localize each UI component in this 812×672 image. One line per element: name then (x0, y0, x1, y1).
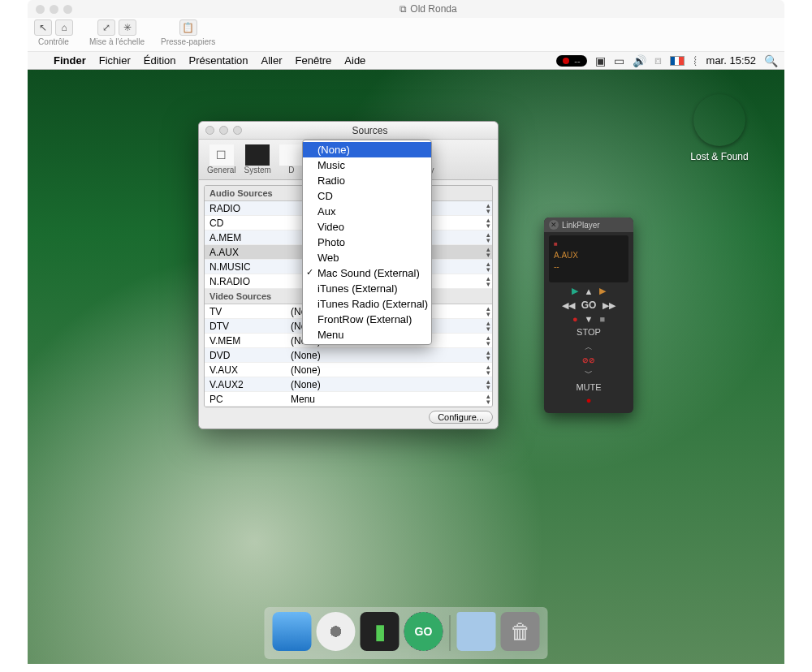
source-select[interactable]: (None)▴▾ (286, 364, 492, 376)
actual-icon[interactable]: ✳ (119, 19, 136, 36)
stepper-icon[interactable]: ▴▾ (486, 364, 490, 376)
source-select[interactable]: (None)▴▾ (286, 379, 492, 390)
record-dot-icon (563, 58, 569, 64)
link-icon[interactable]: ⊘⊘ (582, 356, 595, 364)
dock-cd-icon[interactable] (317, 612, 356, 651)
menu-aide[interactable]: Aide (338, 54, 372, 67)
dock-finder[interactable] (273, 612, 312, 651)
record-icon[interactable]: ● (572, 314, 578, 324)
table-row: V.AUX2(None)▴▾ (205, 377, 492, 392)
dropdown-item-cd[interactable]: CD (303, 188, 431, 204)
mute-button[interactable]: MUTE (576, 382, 601, 392)
stepper-icon[interactable]: ▴▾ (486, 203, 490, 214)
zoom-icon[interactable] (233, 126, 242, 135)
stepper-icon[interactable]: ▴▾ (486, 261, 490, 273)
configure-button[interactable]: Configure... (429, 411, 493, 424)
dropdown-item-music[interactable]: Music (303, 157, 431, 173)
dock-folder[interactable] (457, 612, 496, 651)
observe-icon[interactable]: ⌂ (55, 19, 73, 36)
tab-general[interactable]: ☐General (204, 143, 240, 176)
dropdown-item-video[interactable]: Video (303, 219, 431, 235)
input-source-flag[interactable] (670, 56, 685, 66)
close-icon[interactable] (205, 126, 214, 135)
forward-icon[interactable]: ▶▶ (603, 300, 615, 311)
stepper-icon[interactable]: ▴▾ (486, 218, 490, 229)
tb-group-clipboard[interactable]: 📋 Presse-papiers (161, 19, 215, 46)
vnc-traffic-lights[interactable] (36, 5, 72, 14)
linkplayer-titlebar[interactable]: ✕ LinkPlayer (544, 218, 633, 232)
wifi-icon[interactable]: ⧙ (693, 54, 698, 67)
dropdown-item-itunes[interactable]: iTunes (External) (303, 281, 431, 296)
zoom-icon[interactable] (63, 5, 72, 14)
chevron-down-icon[interactable]: ▼ (585, 314, 594, 324)
stepper-icon[interactable]: ▴▾ (486, 350, 490, 361)
dock-remote-icon[interactable]: ▮ (361, 612, 400, 651)
tb-group-scale[interactable]: ⤢✳ Mise à l'échelle (89, 19, 145, 46)
dropdown-item-photo[interactable]: Photo (303, 235, 431, 250)
tb-group-controle[interactable]: ↖⌂ Contrôle (34, 19, 73, 46)
dropdown-item-itunesradio[interactable]: iTunes Radio (External) (303, 296, 431, 312)
dropdown-item-aux[interactable]: Aux (303, 204, 431, 219)
fit-icon[interactable]: ⤢ (97, 19, 115, 36)
vnc-window-title: ⧉ Old Ronda (72, 3, 784, 15)
dropdown-item-web[interactable]: Web (303, 250, 431, 265)
stepper-icon[interactable]: ▴▾ (486, 276, 490, 287)
menubar-clock[interactable]: mar. 15:52 (706, 54, 756, 67)
recording-indicator[interactable]: -- (556, 55, 586, 67)
record-dot-icon[interactable]: ● (586, 395, 592, 405)
triangle-right-icon[interactable]: ▶ (599, 286, 606, 296)
menu-presentation[interactable]: Présentation (183, 54, 255, 67)
source-select[interactable]: (None)▴▾ (286, 350, 492, 361)
dropdown-item-menu[interactable]: Menu (303, 327, 431, 342)
minimize-icon[interactable] (219, 126, 228, 135)
menu-fichier[interactable]: Fichier (93, 54, 137, 67)
stepper-icon[interactable]: ▴▾ (486, 379, 490, 390)
close-icon[interactable]: ✕ (549, 220, 559, 230)
volume-icon[interactable]: 🔊 (633, 54, 646, 67)
dock-go-icon[interactable]: GO (404, 612, 443, 651)
bluetooth-icon[interactable]: ⧈ (654, 54, 662, 67)
cd-disc-icon (693, 94, 745, 146)
dropdown-item-frontrow[interactable]: FrontRow (External) (303, 312, 431, 327)
menubar-app-name[interactable]: Finder (47, 54, 93, 67)
volume-down-icon[interactable]: ﹀ (585, 368, 593, 379)
dock-trash[interactable]: 🗑 (501, 612, 540, 651)
rewind-icon[interactable]: ◀◀ (562, 300, 575, 311)
source-dropdown-menu[interactable]: (None) Music Radio CD Aux Video Photo We… (302, 140, 432, 345)
tab-system[interactable]: System (241, 143, 274, 176)
linkplayer-display: ■ A.AUX -- (549, 235, 628, 282)
fullscreen-icon[interactable]: ▭ (614, 54, 624, 67)
close-icon[interactable] (36, 5, 45, 14)
dropdown-item-radio[interactable]: Radio (303, 173, 431, 188)
source-select[interactable]: Menu▴▾ (286, 394, 492, 405)
vnc-toolbar: ↖⌂ Contrôle ⤢✳ Mise à l'échelle 📋 Presse… (28, 18, 784, 52)
spotlight-icon[interactable]: 🔍 (764, 54, 778, 67)
dropdown-item-macsound[interactable]: Mac Sound (External) (303, 265, 431, 281)
desktop-cd-item[interactable]: Lost & Found (687, 94, 752, 162)
stepper-icon[interactable]: ▴▾ (486, 335, 490, 347)
menu-aller[interactable]: Aller (255, 54, 289, 67)
volume-up-icon[interactable]: ︿ (585, 342, 593, 353)
minimize-icon[interactable] (50, 5, 58, 14)
stepper-icon[interactable]: ▴▾ (486, 394, 490, 405)
stop-button[interactable]: STOP (544, 327, 633, 337)
clipboard-icon[interactable]: 📋 (179, 19, 197, 36)
sources-titlebar[interactable]: Sources (199, 122, 498, 140)
cursor-icon[interactable]: ↖ (34, 19, 52, 36)
go-button[interactable]: GO (581, 299, 597, 311)
linkplayer-widget[interactable]: ✕ LinkPlayer ■ A.AUX -- ▶ ▲ ▶ ◀◀ GO ▶▶ ●… (544, 218, 633, 413)
chevron-up-icon[interactable]: ▲ (585, 286, 594, 296)
dock: ▮ GO 🗑 (265, 607, 548, 659)
stepper-icon[interactable]: ▴▾ (486, 247, 490, 258)
stepper-icon[interactable]: ▴▾ (486, 321, 490, 332)
display-icon[interactable]: ▣ (595, 54, 606, 67)
dropdown-item-none[interactable]: (None) (303, 142, 431, 157)
menu-fenetre[interactable]: Fenêtre (289, 54, 339, 67)
stepper-icon[interactable]: ▴▾ (486, 306, 490, 317)
stop-square-icon[interactable]: ■ (599, 314, 605, 324)
triangle-left-icon[interactable]: ▶ (572, 286, 578, 296)
stepper-icon[interactable]: ▴▾ (486, 232, 490, 243)
remote-desktop: Finder Fichier Édition Présentation Alle… (28, 52, 784, 664)
menu-edition[interactable]: Édition (137, 54, 183, 67)
table-row: PCMenu▴▾ (205, 392, 492, 407)
